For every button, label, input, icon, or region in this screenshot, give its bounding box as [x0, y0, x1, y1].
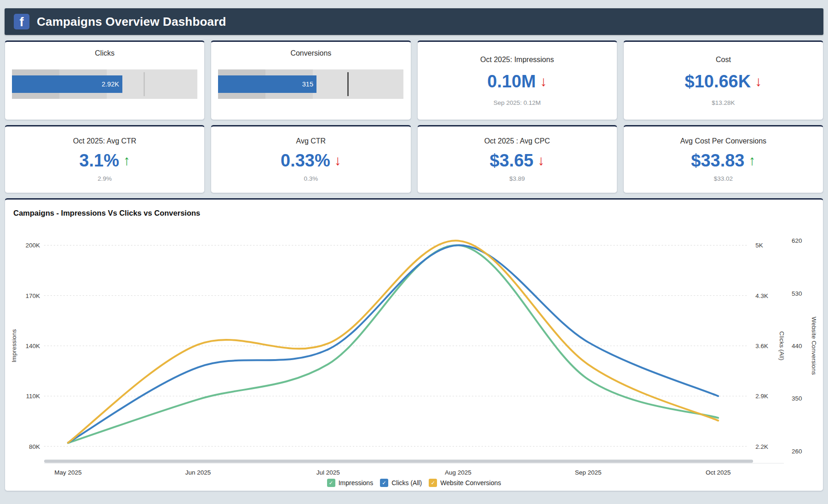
trend-down-icon: ↓ [755, 74, 762, 88]
clicks-tick-label: 5K [755, 242, 763, 249]
clicks-axis-title: Clicks (All) [778, 331, 785, 360]
legend-item-website-conversions[interactable]: ✓Website Conversions [429, 479, 501, 487]
card-title: Conversions [211, 42, 410, 57]
legend-item-clicks-all[interactable]: ✓Clicks (All) [380, 479, 422, 487]
card-title: Oct 2025: Avg CTR [73, 137, 137, 145]
impressions-tick-label: 170K [25, 292, 40, 299]
kpi-number: 3.1% [79, 152, 119, 169]
bullet-target-marker [347, 72, 349, 96]
oct-avg-ctr-kpi-card: Oct 2025: Avg CTR 3.1% ↑ 2.9% [5, 125, 205, 193]
conversions-tick-label: 530 [792, 290, 802, 297]
month-axis: May 2025Jun 2025Jul 2025Aug 2025Sep 2025… [54, 469, 730, 476]
card-title: Oct 2025: Impressions [480, 56, 554, 64]
impressions-tick-label: 110K [26, 393, 40, 400]
conversions-axis: 260350440530620Website Conversions [792, 237, 817, 454]
clicks-tick-label: 2.9K [755, 393, 768, 400]
kpi-row-2: Oct 2025: Avg CTR 3.1% ↑ 2.9% Avg CTR 0.… [5, 125, 823, 193]
kpi-number: 0.10M [487, 73, 536, 90]
kpi-previous-value: 0.3% [304, 175, 318, 182]
legend-checkbox-icon[interactable]: ✓ [380, 479, 388, 487]
card-title: Oct 2025 : Avg CPC [484, 137, 550, 145]
trend-down-icon: ↓ [540, 74, 547, 88]
kpi-previous-value: $13.28K [712, 99, 735, 106]
clicks-bullet-card: Clicks 2.92K [5, 40, 205, 120]
legend-checkbox-icon[interactable]: ✓ [327, 479, 335, 487]
cost-kpi-card: Cost $10.66K ↓ $13.28K [623, 40, 823, 120]
bullet-value-label: 315 [302, 80, 316, 88]
impressions-tick-label: 140K [25, 343, 40, 349]
impressions-axis: 80K110K140K170K200KImpressions [11, 242, 40, 450]
series-line-impressions[interactable] [68, 245, 718, 443]
month-tick-label: May 2025 [54, 469, 81, 476]
impressions-axis-title: Impressions [11, 329, 17, 363]
kpi-number: $33.83 [691, 152, 744, 169]
page-title: Campaigns Overview Dashboard [37, 15, 226, 29]
clicks-bullet-chart[interactable]: 2.92K [12, 69, 197, 99]
legend-label: Impressions [339, 479, 373, 487]
kpi-previous-value: Sep 2025: 0.12M [494, 99, 541, 106]
kpi-value: 0.10M ↓ [487, 73, 547, 90]
conversions-bullet-card: Conversions 315 [211, 40, 411, 120]
chart-title: Campaigns - Impressions Vs Clicks vs Con… [13, 209, 200, 218]
trend-down-icon: ↓ [334, 154, 341, 167]
series-lines[interactable] [68, 241, 718, 443]
kpi-row-1: Clicks 2.92K Conversions 315 Oct 2025: I… [5, 40, 823, 120]
card-title: Avg CTR [296, 137, 326, 145]
legend-label: Website Conversions [440, 479, 501, 487]
kpi-previous-value: $3.89 [509, 175, 525, 182]
kpi-value: $33.83 ↑ [691, 152, 755, 169]
facebook-icon: f [14, 14, 29, 29]
card-title: Clicks [5, 42, 204, 57]
kpi-number: $3.65 [490, 152, 534, 169]
trend-down-icon: ↓ [538, 154, 545, 167]
kpi-value: 0.33% ↓ [281, 152, 341, 169]
kpi-number: $10.66K [685, 73, 751, 90]
facebook-f-glyph: f [20, 15, 24, 29]
horizontal-scrollbar[interactable] [44, 459, 753, 463]
trend-up-icon: ↑ [123, 154, 130, 167]
legend-checkbox-icon[interactable]: ✓ [429, 479, 437, 487]
bullet-measure-bar[interactable]: 2.92K [12, 75, 122, 93]
bullet-value-label: 2.92K [102, 80, 122, 88]
clicks-axis: 2.2K2.9K3.6K4.3K5KClicks (All) [755, 242, 785, 450]
clicks-tick-label: 2.2K [755, 443, 768, 450]
kpi-value: $10.66K ↓ [685, 73, 762, 90]
avg-cost-per-conversions-kpi-card: Avg Cost Per Conversions $33.83 ↑ $33.02 [623, 125, 823, 193]
clicks-tick-label: 3.6K [755, 343, 768, 349]
conversions-bullet-chart[interactable]: 315 [218, 69, 403, 99]
chart-legend: ✓Impressions✓Clicks (All)✓Website Conver… [5, 479, 823, 487]
campaigns-chart-card: Campaigns - Impressions Vs Clicks vs Con… [5, 198, 823, 491]
month-tick-label: Jun 2025 [185, 469, 211, 476]
impressions-kpi-card: Oct 2025: Impressions 0.10M ↓ Sep 2025: … [417, 40, 617, 120]
clicks-tick-label: 4.3K [755, 292, 768, 299]
series-line-clicks-all[interactable] [68, 245, 718, 442]
legend-label: Clicks (All) [391, 479, 422, 487]
card-title: Cost [716, 56, 731, 64]
series-line-website-conversions[interactable] [68, 241, 718, 443]
month-tick-label: Aug 2025 [445, 469, 472, 476]
month-tick-label: Oct 2025 [706, 469, 731, 476]
month-tick-label: Jul 2025 [316, 469, 340, 476]
trend-up-icon: ↑ [748, 154, 755, 167]
kpi-value: $3.65 ↓ [490, 152, 545, 169]
campaigns-line-chart[interactable]: 80K110K140K170K200KImpressions2.2K2.9K3.… [5, 200, 823, 491]
month-tick-label: Sep 2025 [575, 469, 602, 476]
impressions-tick-label: 80K [29, 443, 40, 450]
oct-avg-cpc-kpi-card: Oct 2025 : Avg CPC $3.65 ↓ $3.89 [417, 125, 617, 193]
dashboard-header: f Campaigns Overview Dashboard [5, 8, 823, 35]
impressions-tick-label: 200K [25, 242, 40, 249]
conversions-tick-label: 620 [792, 237, 802, 244]
conversions-tick-label: 260 [792, 448, 802, 455]
kpi-number: 0.33% [281, 152, 330, 169]
bullet-target-marker [144, 72, 145, 96]
legend-item-impressions[interactable]: ✓Impressions [327, 479, 373, 487]
kpi-value: 3.1% ↑ [79, 152, 130, 169]
avg-ctr-kpi-card: Avg CTR 0.33% ↓ 0.3% [211, 125, 411, 193]
bullet-range-band [313, 69, 404, 99]
dashboard-page: f Campaigns Overview Dashboard Clicks 2.… [0, 0, 828, 504]
bullet-measure-bar[interactable]: 315 [218, 75, 316, 93]
gridlines [44, 245, 747, 446]
card-title: Avg Cost Per Conversions [680, 137, 766, 145]
kpi-previous-value: $33.02 [714, 175, 733, 182]
conversions-tick-label: 440 [792, 343, 802, 349]
